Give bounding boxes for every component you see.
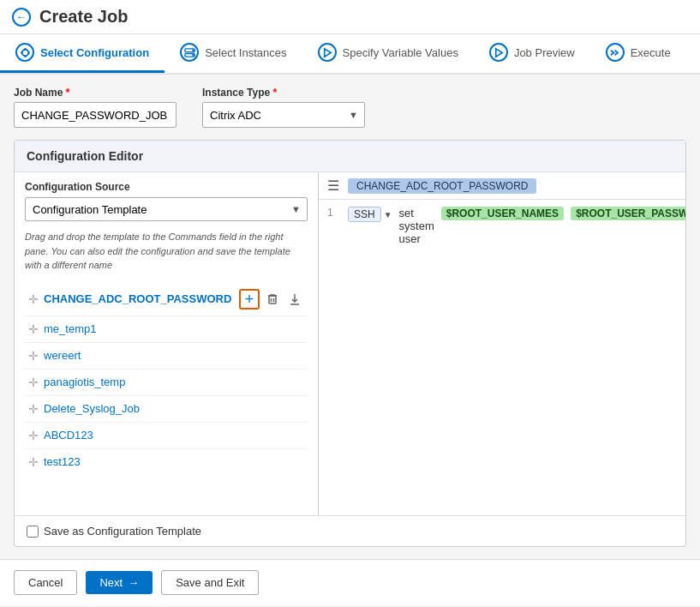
drag-handle-icon: ✛: [28, 429, 39, 442]
tab-bar: Select Configuration Select Instances Sp…: [0, 34, 700, 75]
svg-marker-10: [496, 48, 502, 56]
right-pane-header: ☰ CHANGE_ADC_ROOT_PASSWORD: [319, 172, 685, 200]
back-icon: ←: [16, 11, 27, 23]
ssh-badge: SSH: [348, 207, 381, 222]
tab-specify-variables-label: Specify Variable Values: [343, 46, 458, 59]
command-line: 1 SSH ▼ set system user $ROOT_USER_NAMES…: [319, 200, 685, 252]
template-link[interactable]: Delete_Syslog_Job: [44, 402, 304, 415]
form-row: Job Name * Instance Type * Citrix ADC ▼: [14, 87, 686, 128]
next-arrow-icon: →: [128, 576, 139, 589]
instance-type-select[interactable]: Citrix ADC: [202, 102, 365, 128]
save-template-checkbox[interactable]: [27, 526, 39, 538]
config-source-label: Configuration Source: [25, 181, 308, 193]
download-template-button[interactable]: [285, 290, 304, 309]
template-link[interactable]: CHANGE_ADC_ROOT_PASSWORD: [44, 292, 234, 305]
svg-rect-11: [269, 296, 276, 304]
ssh-select-wrapper[interactable]: SSH ▼: [348, 207, 392, 222]
page-title: Create Job: [39, 7, 128, 27]
command-badge: CHANGE_ADC_ROOT_PASSWORD: [348, 178, 536, 194]
variable-2-highlight: $ROOT_USER_PASSWORDS: [571, 207, 685, 220]
drag-handle-icon: ✛: [28, 292, 39, 306]
tab-execute[interactable]: Execute: [590, 34, 686, 73]
line-number: 1: [327, 207, 341, 219]
instance-type-required: *: [270, 87, 277, 99]
delete-template-button[interactable]: [263, 290, 282, 309]
drag-handle-icon: ✛: [28, 455, 39, 469]
command-prefix: set system user: [399, 207, 434, 245]
drag-handle-icon: ✛: [28, 376, 39, 389]
svg-point-7: [193, 49, 194, 50]
right-pane: ☰ CHANGE_ADC_ROOT_PASSWORD 1 SSH ▼ set s…: [319, 172, 685, 515]
drag-handle-icon: ✛: [28, 322, 39, 336]
tab-job-preview-label: Job Preview: [514, 46, 575, 59]
job-name-required: *: [63, 87, 69, 99]
config-source-select[interactable]: Configuration Template: [25, 197, 308, 221]
list-item: ✛ Delete_Syslog_Job: [25, 396, 308, 423]
select-config-icon: [15, 43, 34, 62]
main-content: Job Name * Instance Type * Citrix ADC ▼ …: [0, 75, 700, 559]
template-link[interactable]: ABCD123: [44, 429, 304, 442]
hamburger-icon: ☰: [327, 177, 339, 194]
save-exit-button[interactable]: Save and Exit: [161, 570, 259, 595]
save-template-label: Save as Configuration Template: [44, 525, 201, 538]
list-item: ✛ CHANGE_ADC_ROOT_PASSWORD +: [25, 283, 308, 316]
instance-type-select-wrapper: Citrix ADC ▼: [202, 102, 365, 128]
cancel-button[interactable]: Cancel: [14, 570, 77, 595]
template-link[interactable]: test123: [44, 455, 304, 468]
template-link[interactable]: wereert: [44, 349, 304, 362]
job-name-group: Job Name *: [14, 87, 176, 128]
tab-select-configuration-label: Select Configuration: [40, 46, 149, 59]
config-editor-section: Configuration Editor Configuration Sourc…: [14, 140, 686, 547]
save-template-checkbox-label[interactable]: Save as Configuration Template: [27, 525, 201, 538]
svg-marker-9: [325, 48, 331, 56]
job-preview-icon: [489, 43, 508, 62]
action-bar: Cancel Next → Save and Exit: [0, 559, 700, 605]
tab-specify-variables[interactable]: Specify Variable Values: [302, 34, 474, 73]
template-link[interactable]: panagiotis_temp: [44, 376, 304, 388]
select-instances-icon: [180, 43, 199, 62]
config-editor-footer: Save as Configuration Template: [15, 515, 685, 546]
tab-select-configuration[interactable]: Select Configuration: [0, 34, 165, 73]
item-actions: +: [239, 289, 304, 310]
list-item: ✛ panagiotis_temp: [25, 370, 308, 396]
left-pane: Configuration Source Configuration Templ…: [15, 172, 319, 515]
tab-select-instances[interactable]: Select Instances: [165, 34, 302, 73]
next-button[interactable]: Next →: [86, 571, 153, 594]
back-button[interactable]: ←: [12, 8, 31, 27]
config-hint: Drag and drop the template to the Comman…: [25, 230, 308, 273]
list-item: ✛ test123: [25, 449, 308, 475]
variable-1-highlight: $ROOT_USER_NAMES: [441, 207, 564, 220]
list-item: ✛ wereert: [25, 343, 308, 370]
job-name-input[interactable]: [14, 102, 176, 128]
template-link[interactable]: me_temp1: [44, 322, 304, 335]
svg-point-8: [193, 54, 194, 55]
svg-point-0: [21, 49, 27, 55]
config-editor-body: Configuration Source Configuration Templ…: [15, 172, 685, 515]
config-editor-title: Configuration Editor: [15, 141, 685, 172]
list-item: ✛ ABCD123: [25, 423, 308, 449]
config-source-select-wrapper: Configuration Template ▼: [25, 197, 308, 221]
page-header: ← Create Job: [0, 0, 700, 34]
drag-handle-icon: ✛: [28, 402, 39, 416]
next-label: Next: [99, 576, 123, 589]
specify-variables-icon: [318, 43, 337, 62]
drag-handle-icon: ✛: [28, 349, 39, 363]
add-button-highlight: +: [239, 289, 260, 310]
add-template-button[interactable]: +: [241, 290, 258, 309]
list-item: ✛ me_temp1: [25, 316, 308, 343]
tab-execute-label: Execute: [631, 46, 671, 59]
execute-icon: [606, 43, 625, 62]
tab-job-preview[interactable]: Job Preview: [474, 34, 590, 73]
job-name-label: Job Name *: [14, 87, 176, 99]
instance-type-group: Instance Type * Citrix ADC ▼: [202, 87, 365, 128]
instance-type-label: Instance Type *: [202, 87, 365, 99]
tab-select-instances-label: Select Instances: [205, 46, 286, 59]
template-list: ✛ CHANGE_ADC_ROOT_PASSWORD +: [25, 283, 308, 475]
ssh-dropdown-arrow: ▼: [384, 210, 392, 219]
